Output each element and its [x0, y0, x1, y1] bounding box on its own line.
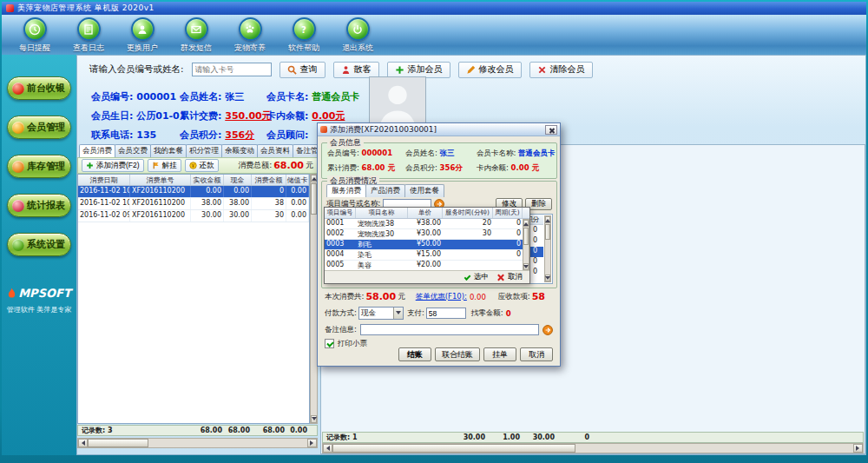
scroll-down-arrow[interactable]	[311, 415, 317, 423]
chevron-down-icon[interactable]	[393, 308, 403, 319]
scroll-right-arrow[interactable]	[853, 444, 863, 453]
toolbar-group-sms[interactable]: 群发短信	[174, 17, 219, 54]
tab-consume[interactable]: 会员消费	[79, 144, 115, 157]
cashier-icon	[12, 83, 24, 95]
tab-points[interactable]: 积分管理	[186, 144, 222, 157]
pay-amount-input[interactable]	[426, 308, 466, 319]
scroll-thumb[interactable]	[332, 444, 575, 453]
picker-buttons: 选中 取消	[325, 270, 529, 283]
tab-balance-changes[interactable]: 余额变动	[221, 144, 258, 157]
close-icon[interactable]	[545, 125, 557, 135]
picker-row[interactable]: 0002宠物洗澡30¥30.00 300	[325, 229, 529, 240]
member-card-balance: 卡内余额: 0.00元	[266, 109, 345, 122]
picker-row[interactable]: 0003剃毛¥50.00 0	[325, 240, 529, 250]
tab-payments[interactable]: 会员交费	[115, 144, 151, 157]
note-input[interactable]	[360, 324, 539, 335]
card-number-input[interactable]	[192, 63, 272, 76]
clear-member-button[interactable]: 清除会员	[529, 62, 593, 78]
scroll-thumb[interactable]	[545, 224, 550, 240]
picker-select-button[interactable]: 选中	[464, 272, 489, 282]
picker-cancel-button[interactable]: 取消	[497, 272, 523, 282]
consume-table-hscrollbar[interactable]	[77, 438, 318, 448]
scroll-thumb[interactable]	[523, 228, 529, 245]
walkin-button[interactable]: 散客	[333, 62, 379, 78]
grid-vscrollbar[interactable]	[544, 215, 551, 282]
scroll-thumb[interactable]	[311, 183, 317, 215]
settings-icon	[12, 239, 24, 251]
consume-table-footer: 记录数: 3 68.0068.00 68.000.00	[77, 425, 318, 436]
sms-icon	[185, 17, 208, 41]
scroll-down-arrow[interactable]	[545, 274, 550, 281]
member-record-tabs: 会员消费 会员交费 我的套餐 积分管理 余额变动 会员资料 备注管理	[79, 144, 328, 157]
dlg-card-name: 会员卡名称: 普通会员卡	[477, 149, 556, 159]
toolbar-exit-system[interactable]: 退出系统	[335, 17, 380, 54]
picker-vscrollbar[interactable]	[523, 219, 529, 271]
toolbar-pet-boarding[interactable]: 宠物寄养	[227, 17, 273, 54]
detail-hscrollbar[interactable]	[322, 443, 864, 453]
sidebar-item-settings[interactable]: 系统设置	[7, 233, 71, 256]
dlg-points: 会员积分: 356分	[405, 163, 463, 174]
sidebar-item-inventory[interactable]: 库存管理	[7, 155, 71, 178]
add-consume-dialog: 添加消费[XF202010030001] 会员信息 会员编号: 000001 会…	[317, 122, 561, 367]
sidebar-item-reports[interactable]: 统计报表	[7, 194, 71, 217]
note-search-icon[interactable]	[542, 325, 553, 335]
cancel-button[interactable]: 取消	[520, 347, 553, 361]
repay-button[interactable]: 还款	[185, 159, 219, 172]
clock-icon	[23, 17, 47, 41]
payment-method-select[interactable]: 现金	[358, 307, 404, 320]
scroll-left-arrow[interactable]	[323, 444, 332, 453]
toolbar-switch-user[interactable]: 更换用户	[120, 17, 165, 54]
report-icon	[12, 200, 24, 212]
table-row[interactable]: 2016-11-02 10:XF20161102000.00 0.0000.00	[78, 186, 309, 198]
dlg-balance: 卡内余额: 0.00 元	[477, 163, 539, 174]
consume-table: 消费日期消费单号实收金额 现金消费金额储值卡 2016-11-02 10:XF2…	[77, 174, 310, 424]
discount-link[interactable]: 签单优惠(F10):	[416, 292, 467, 302]
scroll-up-arrow[interactable]	[311, 175, 317, 182]
picker-row[interactable]: 0004染毛¥15.00 0	[325, 250, 529, 261]
toolbar-view-log[interactable]: 查看日志	[66, 17, 111, 54]
dialog-titlebar: 添加消费[XF202010030001]	[318, 123, 560, 136]
tab-packages[interactable]: 我的套餐	[150, 144, 187, 157]
scroll-up-arrow[interactable]	[523, 220, 529, 227]
sidebar-item-cashier[interactable]: 前台收银	[7, 76, 71, 100]
main-toolbar: 每日提醒 查看日志 更换用户 群发短信 宠物寄养	[2, 15, 866, 55]
picker-header: 项目编号项目名称单价 服务时间(分钟)周期(天)	[325, 208, 529, 219]
dlg-total-spent: 累计消费: 68.00 元	[327, 163, 395, 174]
picker-row[interactable]: 0001宠物洗澡38¥38.00 200	[325, 219, 529, 229]
tab-use-package[interactable]: 使用套餐	[404, 184, 444, 197]
dialog-icon	[320, 126, 327, 133]
scroll-right-arrow[interactable]	[307, 439, 317, 447]
dlg-member-number: 会员编号: 000001	[327, 149, 392, 159]
scroll-up-arrow[interactable]	[545, 216, 550, 223]
edit-member-button[interactable]: 修改会员	[458, 62, 522, 78]
hold-order-button[interactable]: 挂单	[483, 347, 516, 361]
toolbar-help[interactable]: ? 软件帮助	[281, 17, 326, 54]
member-card-name: 会员卡名: 普通会员卡	[266, 90, 359, 103]
tab-service-consume[interactable]: 服务消费	[326, 184, 366, 197]
member-name: 会员姓名: 张三	[180, 90, 244, 103]
table-row[interactable]: 2016-11-02 10:XF201611020038.00 38.00380…	[78, 198, 309, 210]
tab-product-consume[interactable]: 产品消费	[365, 184, 405, 197]
consume-total: 消费总额: 68.00 元	[238, 160, 313, 171]
checkout-button[interactable]: 结账	[398, 347, 431, 361]
scroll-thumb[interactable]	[88, 439, 148, 447]
add-member-button[interactable]: 添加会员	[387, 62, 450, 78]
flag-icon	[152, 162, 160, 169]
add-consume-button[interactable]: 添加消费(F2)	[82, 159, 144, 172]
switch-user-icon	[131, 17, 155, 41]
dialog-title: 添加消费[XF202010030001]	[330, 124, 437, 136]
tab-member-profile[interactable]: 会员资料	[257, 144, 293, 157]
joint-checkout-button[interactable]: 联合结账	[435, 347, 480, 361]
help-icon: ?	[293, 17, 316, 41]
unhold-button[interactable]: 解挂	[148, 159, 181, 172]
consume-action-row: 添加消费(F2) 解挂 还款 消费总额: 68.00 元	[77, 157, 318, 174]
toolbar-daily-reminder[interactable]: 每日提醒	[12, 17, 57, 54]
member-number: 会员编号: 000001	[91, 90, 176, 103]
scroll-down-arrow[interactable]	[523, 263, 529, 270]
pencil-icon	[466, 65, 476, 75]
query-button[interactable]: 查询	[279, 62, 326, 78]
scroll-left-arrow[interactable]	[78, 439, 88, 447]
inventory-icon	[12, 161, 24, 173]
sidebar-item-members[interactable]: 会员管理	[7, 116, 71, 139]
table-row[interactable]: 2016-11-02 09:XF201611020030.00 30.00300…	[78, 210, 309, 222]
